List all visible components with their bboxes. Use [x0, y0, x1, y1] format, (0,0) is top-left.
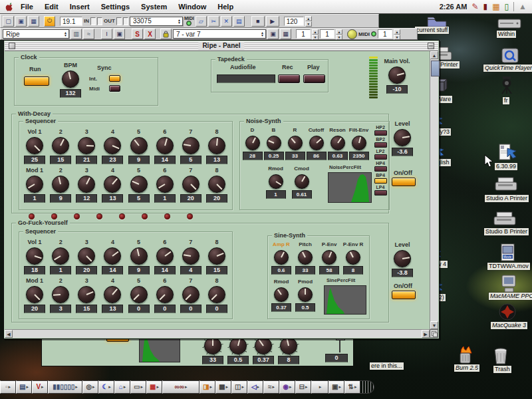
knob[interactable] — [130, 137, 148, 154]
control-strip-camera-module[interactable]: ▣▸ — [329, 380, 344, 394]
knob[interactable] — [245, 136, 260, 150]
knob[interactable] — [280, 337, 297, 354]
menu-help[interactable]: Help — [217, 3, 233, 11]
scroll-down-icon[interactable]: ▼ — [430, 321, 438, 329]
menu-system[interactable]: System — [141, 3, 167, 11]
pointer-button[interactable]: ▱ — [196, 16, 207, 27]
variation-select[interactable]: 7 - var 7 ▲▼ — [173, 29, 266, 39]
knob[interactable] — [130, 286, 148, 303]
knob[interactable] — [208, 286, 225, 303]
snapshot-add-button[interactable]: ▦ — [280, 29, 291, 39]
run-button[interactable] — [24, 76, 49, 86]
knob[interactable] — [52, 176, 69, 193]
delete-button[interactable]: ✕ — [221, 16, 232, 27]
knob[interactable] — [78, 137, 95, 154]
desktop-icon-6-30-99[interactable] — [497, 144, 519, 164]
knob[interactable] — [298, 287, 313, 302]
knob[interactable] — [208, 247, 225, 265]
knob[interactable] — [78, 286, 95, 303]
window-button[interactable]: ▣ — [114, 29, 125, 39]
control-strip-virex-module[interactable]: V▸ — [32, 380, 48, 394]
knob[interactable] — [274, 287, 289, 302]
control-strip-file-module[interactable]: ▤▸ — [16, 380, 32, 394]
menu-settings[interactable]: Settings — [101, 3, 130, 11]
menu-window[interactable]: Window — [178, 3, 206, 11]
levels-button[interactable]: ▥ — [70, 29, 82, 39]
knob[interactable] — [52, 247, 69, 265]
apple-logo-icon[interactable] — [5, 2, 14, 12]
knob[interactable] — [52, 137, 69, 154]
curve-button[interactable]: ≈ — [83, 29, 94, 39]
desktop-icon-quicktime-player[interactable] — [501, 48, 519, 66]
desktop-icon-label-studio-b-printer[interactable]: Studio B Printer — [484, 228, 529, 235]
filter-button[interactable] — [374, 154, 387, 160]
control-strip-file-sharing-module[interactable]: ⌂▸ — [114, 380, 130, 394]
menu-clock[interactable]: 2:26 AM — [440, 3, 467, 11]
control-strip-stamp-module[interactable]: ▦▸ — [146, 380, 162, 394]
filter-button[interactable] — [374, 178, 387, 184]
control-strip-printer-selector-module[interactable]: ◫▸ — [231, 380, 247, 394]
scroll-up-icon[interactable]: ▲ — [430, 51, 438, 59]
knob[interactable] — [182, 137, 200, 154]
desktop-icon-macquake-3[interactable] — [499, 303, 516, 323]
knob[interactable] — [104, 286, 121, 303]
knob[interactable] — [104, 247, 121, 265]
knob[interactable] — [208, 137, 225, 154]
window-titlebar[interactable]: Ripe - Panel — [5, 41, 438, 51]
doc-icon[interactable]: ▯ — [505, 3, 509, 11]
knob[interactable] — [309, 136, 324, 150]
control-strip-media-module[interactable]: ◨▸ — [200, 380, 215, 394]
desktop-icon-label-printer[interactable]: Printer — [439, 61, 460, 68]
ball-button[interactable] — [347, 29, 357, 39]
control-strip-resolution-module[interactable]: ▩▸ — [215, 380, 231, 394]
desktop-icon-label[interactable]: ere in this... — [370, 362, 404, 370]
power-button[interactable]: ⏻ — [44, 16, 55, 27]
desktop-icon-label-tdtwwa-mov[interactable]: TDTWWA.mov — [487, 263, 530, 270]
knob[interactable] — [388, 66, 406, 84]
insert-button[interactable]: I — [101, 29, 112, 39]
control-strip-cd-module[interactable]: ◎▸ — [82, 380, 98, 394]
knob[interactable] — [182, 247, 200, 265]
knob[interactable] — [26, 137, 43, 154]
buffer-select[interactable]: 33075 ▲▼ — [130, 17, 183, 26]
desktop-icon-trash[interactable] — [492, 346, 509, 367]
midi-channel-stepper[interactable]: ▲▼ — [394, 29, 400, 39]
control-strip-mic-module[interactable]: ≈▸ — [263, 380, 279, 394]
apps-icon[interactable]: ▦ — [492, 3, 499, 11]
knob[interactable] — [78, 247, 95, 265]
pen-icon[interactable]: ✎ — [471, 3, 478, 11]
desktop-icon-fr[interactable] — [497, 76, 516, 97]
knob[interactable] — [26, 286, 43, 303]
filter-button[interactable] — [374, 190, 387, 196]
control-strip-printer-module[interactable]: ▭▸ — [130, 380, 146, 394]
knob[interactable] — [156, 247, 174, 265]
desktop-icon-tdtwwa-mov[interactable]: Movie — [500, 243, 516, 264]
desktop-icon-label-current-stuff[interactable]: current stuff — [415, 27, 449, 34]
control-strip-collapse-tab[interactable]: ▫▸ — [0, 380, 16, 394]
open-button[interactable]: ▣ — [15, 16, 27, 27]
vertical-scroll-thumb[interactable] — [431, 61, 440, 76]
desktop-icon-label-6-30-99[interactable]: 6.30.99 — [495, 163, 517, 170]
lock-button[interactable] — [160, 29, 172, 39]
knob[interactable] — [346, 250, 360, 265]
rec-button[interactable] — [278, 74, 300, 83]
knob[interactable] — [322, 250, 336, 265]
knob[interactable] — [229, 337, 247, 354]
grow-box[interactable] — [430, 329, 438, 338]
paste-button[interactable]: ▤ — [233, 16, 245, 27]
knob[interactable] — [130, 247, 148, 265]
desktop-icon-studio-b-printer[interactable] — [493, 211, 516, 230]
horizontal-scrollbar[interactable]: ◀ ▶ — [5, 329, 430, 338]
scroll-right-icon[interactable]: ▶ — [422, 330, 430, 338]
control-strip-audio-meter-module[interactable]: ▮▮▯▯▯▯▸ — [48, 380, 82, 394]
transport-play-button[interactable]: ▶ — [266, 16, 279, 27]
desktop-icon-studio-a-printer[interactable] — [495, 177, 517, 196]
knob[interactable] — [26, 247, 43, 265]
sync-midi-button[interactable] — [109, 85, 120, 92]
tempo-stepper[interactable]: ▲▼ — [305, 16, 312, 26]
knob[interactable] — [130, 176, 148, 193]
knob[interactable] — [298, 250, 313, 265]
app-menu-icon[interactable]: ▲ — [519, 3, 527, 11]
control-strip-scanner-module[interactable]: ⊟▸ — [295, 380, 311, 394]
knob[interactable] — [204, 337, 221, 354]
